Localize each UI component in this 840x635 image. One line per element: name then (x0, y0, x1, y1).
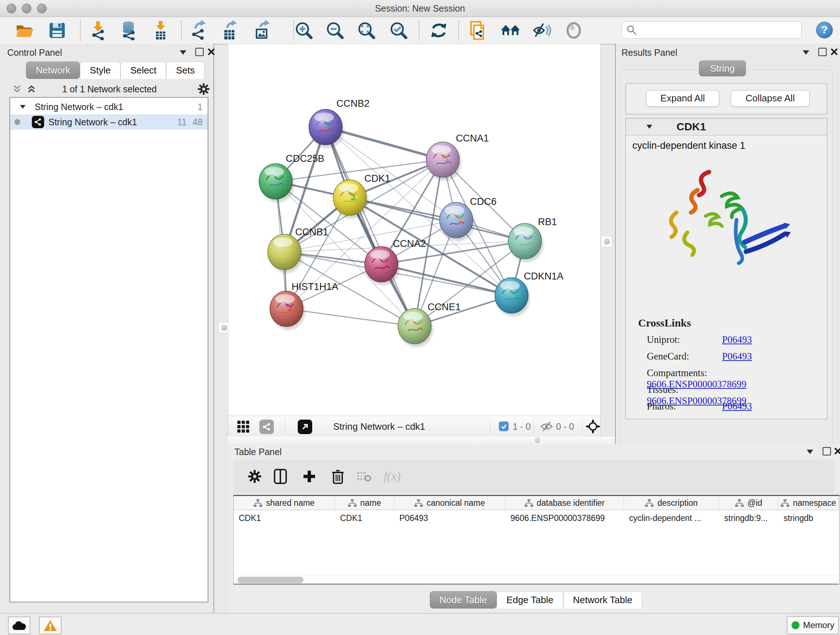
delete-column-button[interactable] (328, 466, 348, 486)
import-network-button[interactable] (88, 20, 108, 41)
column-header-shared-name[interactable]: shared name (234, 496, 335, 510)
table-cell[interactable]: cyclin-dependent ... (624, 510, 719, 526)
export-image-button[interactable] (252, 20, 272, 41)
selected-checkbox[interactable] (499, 421, 508, 431)
network-edge[interactable] (286, 309, 415, 326)
memory-button[interactable]: Memory (787, 616, 839, 634)
import-database-button[interactable] (118, 20, 139, 41)
network-node[interactable] (495, 278, 530, 317)
network-node[interactable] (398, 309, 433, 347)
column-header-name[interactable]: name (335, 496, 394, 510)
panel-maximize-icon[interactable] (195, 48, 204, 56)
open-session-button[interactable] (14, 20, 35, 41)
tab-network[interactable]: Network (26, 62, 80, 79)
network-options-gear-icon[interactable] (197, 83, 210, 95)
panel-maximize-icon[interactable] (818, 48, 827, 56)
panel-float-icon[interactable] (803, 50, 809, 55)
grid-view-button[interactable] (237, 420, 250, 435)
column-header-description[interactable]: description (624, 496, 719, 510)
right-splitter-knob[interactable] (601, 236, 612, 247)
panel-float-icon[interactable] (180, 50, 186, 55)
warnings-button[interactable] (39, 616, 62, 634)
toolbar-separator (418, 20, 419, 41)
node-count: 11 (177, 117, 187, 127)
panel-close-icon[interactable] (831, 48, 838, 55)
column-tree-icon (781, 499, 789, 507)
column-header-canonical-name[interactable]: canonical name (394, 496, 505, 510)
open-in-window-button[interactable] (298, 420, 312, 434)
tab-network-table[interactable]: Network Table (563, 591, 642, 608)
tree-expand-icon[interactable] (20, 105, 25, 109)
network-tree: String Network – cdk1 1 String Network –… (9, 97, 208, 602)
network-collection-row[interactable]: String Network – cdk1 1 (10, 99, 208, 114)
home-networks-button[interactable] (500, 20, 521, 41)
cloud-status-button[interactable] (8, 616, 30, 634)
zoom-in-button[interactable] (294, 20, 314, 41)
network-canvas[interactable]: CCNB2CCNA1CDC25BCDK1CDC6RB1CCNB1CCNA2CDK… (228, 44, 600, 416)
table-horizontal-scrollbar[interactable] (234, 575, 839, 585)
tab-string[interactable]: String (699, 60, 746, 76)
splitter-knob[interactable] (535, 437, 540, 443)
tab-style[interactable]: Style (80, 62, 120, 79)
table-row[interactable]: CDK1CDK1P064939606.ENSP00000378699cyclin… (234, 510, 839, 526)
table-options-button[interactable] (245, 466, 265, 486)
table-cell[interactable]: stringdb:9... (719, 510, 778, 526)
zoom-out-button[interactable] (325, 20, 345, 41)
toggle-birdseye-button[interactable] (564, 20, 584, 41)
import-table-button[interactable] (150, 20, 171, 41)
panel-maximize-icon[interactable] (823, 447, 831, 455)
help-button[interactable]: ? (816, 22, 833, 38)
table-cell[interactable]: 9606.ENSP00000378699 (505, 510, 624, 526)
add-column-button[interactable] (299, 466, 319, 486)
network-node[interactable] (309, 109, 344, 148)
tab-sets[interactable]: Sets (166, 62, 204, 79)
column-header-database-identifier[interactable]: database identifier (505, 496, 624, 510)
column-header-namespace[interactable]: namespace (778, 496, 838, 510)
gene-section-header[interactable]: CDK1 (626, 119, 827, 135)
clone-session-button[interactable] (468, 20, 488, 41)
expand-all-button[interactable]: Expand All (646, 90, 719, 107)
network-node[interactable] (333, 180, 368, 219)
network-node[interactable] (270, 291, 305, 330)
node-label: CDK1 (364, 173, 390, 184)
column-header--id[interactable]: @id (719, 496, 778, 510)
hide-unhide-button[interactable] (532, 20, 553, 41)
export-table-button[interactable] (219, 20, 240, 41)
network-edge[interactable] (325, 127, 415, 326)
expand-all-tree-icon[interactable] (27, 84, 36, 94)
tab-select[interactable]: Select (120, 62, 166, 79)
columns-icon (274, 469, 287, 484)
collapse-all-button[interactable]: Collapse All (731, 90, 810, 107)
tab-node-table[interactable]: Node Table (430, 591, 497, 608)
table-cell[interactable]: CDK1 (234, 510, 335, 526)
scrollbar-thumb[interactable] (237, 577, 303, 583)
table-cell[interactable]: P06493 (394, 510, 505, 526)
show-columns-button[interactable] (270, 466, 291, 486)
fit-selected-crosshair-icon[interactable] (586, 419, 600, 434)
section-collapse-icon[interactable] (646, 125, 652, 129)
function-builder-button[interactable]: f(x) (382, 466, 402, 486)
network-edge[interactable] (350, 198, 525, 241)
crosslink-uniprot[interactable]: P06493 (722, 334, 752, 345)
delete-table-button[interactable] (354, 466, 374, 486)
table-cell[interactable]: CDK1 (335, 510, 394, 526)
save-session-button[interactable] (47, 20, 67, 41)
tab-edge-table[interactable]: Edge Table (497, 591, 563, 608)
network-row-selected[interactable]: String Network – cdk1 11 48 (10, 114, 208, 130)
table-cell[interactable]: stringdb (778, 510, 838, 526)
panel-close-icon[interactable] (834, 448, 840, 455)
network-node[interactable] (259, 164, 294, 203)
zoom-selected-button[interactable] (388, 20, 409, 41)
network-node[interactable] (426, 142, 461, 181)
crosslink-genecard[interactable]: P06493 (722, 351, 752, 362)
refresh-button[interactable] (429, 20, 449, 41)
zoom-fit-button[interactable] (356, 20, 377, 41)
export-network-button[interactable] (188, 20, 209, 41)
crosslink-pharos[interactable]: P06493 (722, 401, 752, 412)
search-input[interactable] (639, 23, 796, 36)
panel-float-icon[interactable] (807, 450, 813, 454)
string-view-button[interactable] (259, 420, 274, 434)
collapse-all-tree-icon[interactable] (12, 84, 22, 94)
panel-close-icon[interactable] (208, 48, 215, 55)
network-node[interactable] (508, 223, 543, 262)
